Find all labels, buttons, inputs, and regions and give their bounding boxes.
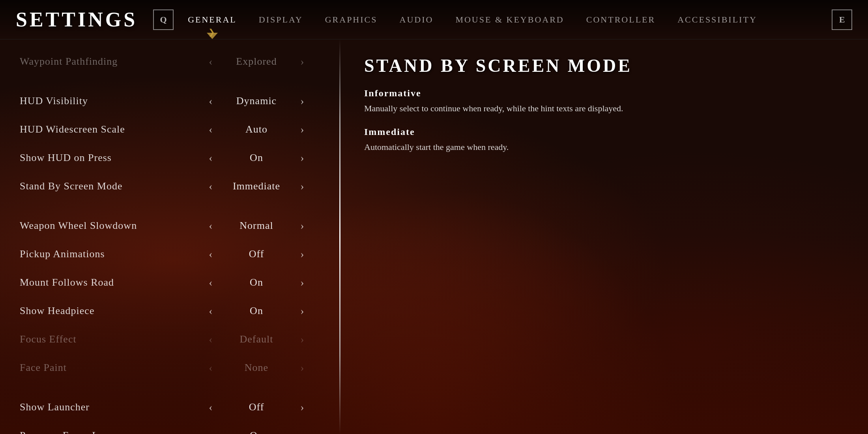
- setting-row-focus-effect: Focus Effect ‹ Default ›: [0, 325, 339, 354]
- spacer-3: [0, 382, 339, 393]
- setting-control-pickup-animations: ‹ Off ›: [193, 248, 320, 260]
- page-title: SETTINGS: [16, 8, 137, 31]
- arrow-left-show-hud[interactable]: ‹: [204, 152, 217, 163]
- nav-tabs: GENERAL ❯ DISPLAY GRAPHICS AUDIO MOUSE &…: [177, 11, 832, 28]
- arrow-right-mount-follows-road[interactable]: ›: [296, 277, 309, 288]
- setting-value-mount-follows-road: On: [225, 277, 288, 288]
- arrow-left-focus-effect[interactable]: ‹: [204, 334, 217, 345]
- setting-label-pause-focus-loss: Pause on Focus Loss: [20, 430, 193, 434]
- setting-row-pause-focus-loss: Pause on Focus Loss ‹ On ›: [0, 421, 339, 434]
- arrow-left-weapon-wheel[interactable]: ‹: [204, 220, 217, 231]
- setting-control-face-paint: ‹ None ›: [193, 362, 320, 374]
- info-section-immediate: Immediate Automatically start the game w…: [364, 127, 844, 153]
- setting-value-hud-widescreen: Auto: [225, 123, 288, 135]
- tab-mouse-keyboard[interactable]: MOUSE & KEYBOARD: [444, 11, 575, 28]
- setting-control-show-headpiece: ‹ On ›: [193, 305, 320, 317]
- info-section-immediate-title: Immediate: [364, 127, 844, 137]
- arrow-right-weapon-wheel[interactable]: ›: [296, 220, 309, 231]
- arrow-left-show-headpiece[interactable]: ‹: [204, 305, 217, 316]
- arrow-right-face-paint[interactable]: ›: [296, 362, 309, 373]
- setting-label-focus-effect: Focus Effect: [20, 333, 193, 345]
- setting-value-hud-visibility: Dynamic: [225, 95, 288, 107]
- setting-label-stand-by: Stand By Screen Mode: [20, 180, 193, 192]
- arrow-right-show-hud[interactable]: ›: [296, 152, 309, 163]
- setting-label-show-hud: Show HUD on Press: [20, 152, 193, 164]
- setting-row-stand-by: Stand By Screen Mode ‹ Immediate ›: [0, 172, 339, 200]
- setting-row-faded: Waypoint Pathfinding ‹ Explored ›: [0, 47, 339, 76]
- tab-prev-key[interactable]: Q: [153, 9, 174, 30]
- tab-controller[interactable]: CONTROLLER: [575, 11, 666, 28]
- setting-row-face-paint: Face Paint ‹ None ›: [0, 354, 339, 382]
- tab-next-key[interactable]: E: [832, 9, 852, 30]
- arrow-right-hud-visibility[interactable]: ›: [296, 95, 309, 107]
- arrow-left-waypoint[interactable]: ‹: [204, 56, 217, 67]
- setting-label-show-headpiece: Show Headpiece: [20, 305, 193, 317]
- info-section-immediate-text: Automatically start the game when ready.: [364, 140, 844, 153]
- spacer-2: [0, 200, 339, 211]
- setting-label-hud-visibility: HUD Visibility: [20, 95, 193, 107]
- setting-row-show-launcher: Show Launcher ‹ Off ›: [0, 393, 339, 421]
- arrow-right-pause-focus-loss[interactable]: ›: [296, 430, 309, 434]
- setting-row-hud-widescreen: HUD Widescreen Scale ‹ Auto ›: [0, 115, 339, 144]
- arrow-left-show-launcher[interactable]: ‹: [204, 402, 217, 413]
- arrow-right-waypoint[interactable]: ›: [296, 56, 309, 67]
- setting-control-hud-widescreen: ‹ Auto ›: [193, 123, 320, 135]
- setting-row-pickup-animations: Pickup Animations ‹ Off ›: [0, 240, 339, 268]
- arrow-right-focus-effect[interactable]: ›: [296, 334, 309, 345]
- arrow-left-hud-visibility[interactable]: ‹: [204, 95, 217, 107]
- arrow-right-stand-by[interactable]: ›: [296, 181, 309, 192]
- arrow-right-pickup-animations[interactable]: ›: [296, 249, 309, 260]
- setting-label-pickup-animations: Pickup Animations: [20, 248, 193, 260]
- setting-row-show-headpiece: Show Headpiece ‹ On ›: [0, 297, 339, 325]
- arrow-left-mount-follows-road[interactable]: ‹: [204, 277, 217, 288]
- setting-value-face-paint: None: [225, 362, 288, 374]
- setting-control-mount-follows-road: ‹ On ›: [193, 277, 320, 288]
- setting-value-show-headpiece: On: [225, 305, 288, 317]
- setting-row-mount-follows-road: Mount Follows Road ‹ On ›: [0, 268, 339, 297]
- setting-control-weapon-wheel: ‹ Normal ›: [193, 220, 320, 232]
- arrow-right-show-headpiece[interactable]: ›: [296, 305, 309, 316]
- arrow-right-hud-widescreen[interactable]: ›: [296, 124, 309, 135]
- setting-row-show-hud: Show HUD on Press ‹ On ›: [0, 144, 339, 172]
- setting-control-waypoint: ‹ Explored ›: [193, 56, 320, 67]
- setting-control-hud-visibility: ‹ Dynamic ›: [193, 95, 320, 107]
- tab-graphics[interactable]: GRAPHICS: [314, 11, 389, 28]
- info-panel-title: STAND BY SCREEN MODE: [364, 55, 844, 76]
- setting-label-show-launcher: Show Launcher: [20, 401, 193, 413]
- arrow-left-hud-widescreen[interactable]: ‹: [204, 124, 217, 135]
- setting-label-weapon-wheel: Weapon Wheel Slowdown: [20, 220, 193, 232]
- info-section-informative: Informative Manually select to continue …: [364, 88, 844, 115]
- setting-value-weapon-wheel: Normal: [225, 220, 288, 232]
- arrow-left-face-paint[interactable]: ‹: [204, 362, 217, 373]
- setting-row-weapon-wheel: Weapon Wheel Slowdown ‹ Normal ›: [0, 211, 339, 240]
- arrow-left-stand-by[interactable]: ‹: [204, 181, 217, 192]
- tab-general[interactable]: GENERAL ❯: [177, 11, 248, 28]
- setting-control-show-hud: ‹ On ›: [193, 152, 320, 164]
- main-content: Waypoint Pathfinding ‹ Explored › HUD Vi…: [0, 39, 868, 434]
- setting-control-pause-focus-loss: ‹ On ›: [193, 430, 320, 434]
- setting-value-stand-by: Immediate: [225, 180, 288, 192]
- setting-value-waypoint: Explored: [225, 56, 288, 67]
- setting-control-stand-by: ‹ Immediate ›: [193, 180, 320, 192]
- setting-value-pause-focus-loss: On: [225, 430, 288, 434]
- arrow-left-pause-focus-loss[interactable]: ‹: [204, 430, 217, 434]
- setting-control-focus-effect: ‹ Default ›: [193, 333, 320, 345]
- spacer-1: [0, 76, 339, 87]
- setting-value-pickup-animations: Off: [225, 248, 288, 260]
- setting-value-focus-effect: Default: [225, 333, 288, 345]
- tab-audio[interactable]: AUDIO: [389, 11, 445, 28]
- setting-label-face-paint: Face Paint: [20, 362, 193, 374]
- arrow-right-show-launcher[interactable]: ›: [296, 402, 309, 413]
- tab-accessibility[interactable]: ACCESSIBILITY: [666, 11, 768, 28]
- setting-value-show-launcher: Off: [225, 401, 288, 413]
- info-section-informative-title: Informative: [364, 88, 844, 99]
- info-section-informative-text: Manually select to continue when ready, …: [364, 102, 844, 115]
- setting-label-mount-follows-road: Mount Follows Road: [20, 277, 193, 288]
- active-tab-indicator: ❯: [208, 27, 216, 37]
- setting-label-hud-widescreen: HUD Widescreen Scale: [20, 123, 193, 135]
- tab-display[interactable]: DISPLAY: [248, 11, 314, 28]
- setting-control-show-launcher: ‹ Off ›: [193, 401, 320, 413]
- settings-panel: Waypoint Pathfinding ‹ Explored › HUD Vi…: [0, 39, 339, 434]
- arrow-left-pickup-animations[interactable]: ‹: [204, 249, 217, 260]
- setting-label-waypoint: Waypoint Pathfinding: [20, 56, 193, 67]
